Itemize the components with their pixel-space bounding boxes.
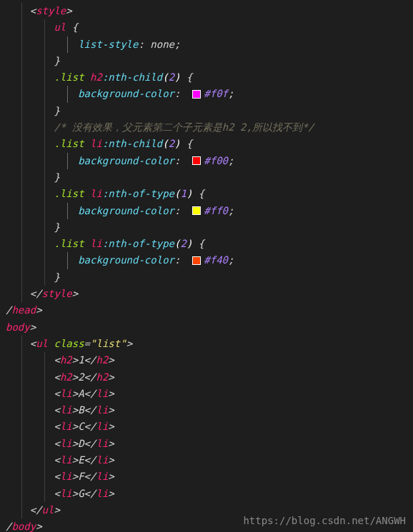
code-line[interactable]: body>: [6, 319, 413, 336]
code-line[interactable]: <li>C</li>: [6, 418, 413, 435]
code-line[interactable]: background-color: #ff0;: [6, 203, 413, 219]
code-line[interactable]: </style>: [6, 286, 413, 302]
code-line[interactable]: /head>: [6, 302, 413, 318]
code-line[interactable]: background-color: #f40;: [6, 252, 413, 268]
code-line[interactable]: <li>F</li>: [6, 468, 413, 485]
code-line[interactable]: }: [6, 169, 413, 186]
code-line[interactable]: }: [6, 103, 413, 119]
watermark: https://blog.csdn.net/ANGWH: [243, 515, 406, 526]
code-line[interactable]: /* 没有效果，父元素第二个子元素是h2 2,所以找不到*/: [6, 119, 413, 136]
code-line[interactable]: <ul class="list">: [6, 336, 413, 352]
code-line[interactable]: .list h2:nth-child(2) {: [6, 69, 413, 86]
code-line[interactable]: background-color: #f00;: [6, 153, 413, 169]
code-line[interactable]: <h2>1</h2>: [6, 352, 413, 368]
code-line[interactable]: <li>G</li>: [6, 486, 413, 502]
code-line[interactable]: <li>A</li>: [6, 386, 413, 402]
code-line[interactable]: .list li:nth-of-type(1) {: [6, 186, 413, 202]
code-line[interactable]: <style>: [6, 3, 413, 19]
code-line[interactable]: ul {: [6, 19, 413, 36]
code-line[interactable]: }: [6, 269, 413, 286]
code-line[interactable]: <li>B</li>: [6, 402, 413, 418]
code-line[interactable]: background-color: #f0f;: [6, 86, 413, 102]
code-line[interactable]: .list li:nth-of-type(2) {: [6, 236, 413, 252]
code-line[interactable]: list-style: none;: [6, 36, 413, 53]
code-line[interactable]: <li>D</li>: [6, 436, 413, 452]
code-line[interactable]: .list li:nth-child(2) {: [6, 136, 413, 152]
code-line[interactable]: }: [6, 53, 413, 69]
code-line[interactable]: <li>E</li>: [6, 452, 413, 468]
code-editor[interactable]: <style> ul { list-style: none; } .list h…: [0, 0, 413, 532]
code-line[interactable]: }: [6, 219, 413, 236]
code-line[interactable]: <h2>2</h2>: [6, 369, 413, 386]
